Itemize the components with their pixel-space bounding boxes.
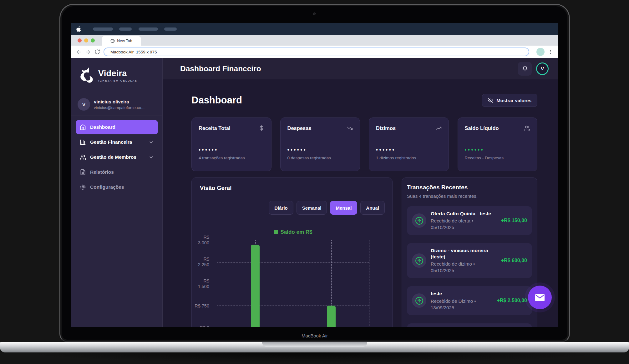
home-icon [80, 124, 86, 130]
stat-card-despesas: Despesas •••••• 0 despesas registradas [280, 117, 360, 171]
screen: New Tab Macbook Air 1559 x 975 [71, 23, 558, 327]
stat-cards-row: Receita Total •••••• 4 transações regist… [191, 117, 537, 171]
user-email: vinicius@sampaioforce.co... [94, 105, 145, 110]
sidebar-item-relatorios[interactable]: Relatórios [76, 165, 158, 179]
period-button-anual[interactable]: Anual [360, 201, 385, 215]
gridline [217, 262, 369, 262]
transaction-description: Recebido de oferta • [431, 218, 473, 223]
transaction-date: 05/10/2025 [431, 268, 454, 273]
period-buttons: Diário Semanal Mensal Anual [269, 201, 385, 215]
url-bar[interactable]: Macbook Air 1559 x 975 [104, 47, 529, 56]
browser-toolbar: Macbook Air 1559 x 975 [71, 46, 558, 58]
app-header-title: Dashboard Financeiro [180, 64, 261, 73]
header-avatar[interactable]: V [536, 62, 549, 75]
notifications-button[interactable] [518, 62, 532, 76]
transaction-amount: +R$ 150,00 [501, 218, 527, 223]
y-tick: R$ 1.500 [198, 278, 209, 289]
sidebar-item-dashboard[interactable]: Dashboard [76, 120, 158, 134]
trending-up-icon [436, 125, 442, 131]
main-area: Dashboard Financeiro V Dashboard [163, 58, 558, 327]
transaction-row[interactable]: Oferta Culto Quinta - teste Recebido de … [407, 206, 532, 235]
income-icon-wrap [412, 253, 426, 268]
bell-icon [522, 66, 528, 72]
macos-menubar [71, 23, 558, 35]
bar-chart-plot [217, 240, 369, 327]
transaction-row[interactable]: Dízimo - vinicius moreira (teste) Recebi… [407, 243, 532, 278]
transactions-title: Transações Recentes [407, 184, 532, 191]
minimize-window-button[interactable] [84, 38, 88, 42]
sidebar-item-label: Gestão Financeira [90, 139, 132, 145]
stat-card-title: Dízimos [376, 125, 396, 131]
y-tick: R$ 3.000 [198, 234, 209, 246]
sidebar-item-configuracoes[interactable]: Configurações [76, 180, 158, 194]
url-text: Macbook Air 1559 x 975 [110, 50, 157, 54]
chart-y-axis: R$ 3.000 R$ 2.250 R$ 1.500 R$ 750 R$ 0 [192, 240, 210, 327]
chart-legend: Saldo em R$ [217, 229, 369, 235]
user-name: vinicius oliveira [94, 99, 145, 104]
sidebar-user[interactable]: V vinicius oliveira vinicius@sampaioforc… [71, 93, 162, 116]
period-button-diario[interactable]: Diário [269, 201, 293, 215]
income-icon-wrap [412, 293, 426, 308]
gridline [217, 306, 369, 306]
transaction-title: Oferta Culto Quinta - teste [431, 211, 497, 217]
chevron-down-icon [149, 155, 154, 160]
browser-tabstrip: New Tab [71, 35, 558, 46]
laptop-shadow [19, 352, 610, 363]
laptop-base-notch [262, 342, 367, 347]
stat-card-title: Receita Total [199, 125, 230, 131]
sidebar-nav: Dashboard Gestão Financeira Gestão de M [71, 116, 162, 198]
sidebar-item-gestao-financeira[interactable]: Gestão Financeira [76, 135, 158, 149]
back-icon[interactable] [76, 49, 82, 55]
sidebar-item-label: Dashboard [90, 124, 115, 130]
stat-card-subtitle: 0 despesas registradas [287, 156, 353, 160]
stat-card-subtitle: Receitas - Despesas [465, 156, 530, 160]
menu-item-placeholder [139, 27, 158, 31]
sidebar-item-label: Configurações [90, 184, 124, 190]
stat-card-subtitle: 1 dízimos registrados [376, 156, 442, 160]
arrow-up-circle-icon [415, 217, 424, 225]
period-button-semanal[interactable]: Semanal [297, 201, 327, 215]
masked-value: •••••• [287, 147, 353, 153]
transaction-date: 05/10/2025 [431, 225, 454, 230]
browser-profile-avatar[interactable] [536, 48, 545, 56]
forward-icon[interactable] [85, 49, 91, 55]
toolbar-divider [533, 49, 533, 55]
income-icon-wrap [412, 213, 426, 228]
transaction-row-partial[interactable] [407, 323, 532, 327]
apple-menu[interactable] [76, 26, 81, 32]
browser-tab[interactable]: New Tab [102, 36, 141, 46]
tab-title: New Tab [117, 39, 132, 43]
globe-icon [110, 39, 115, 43]
y-tick: R$ 2.250 [198, 256, 209, 267]
masked-value: •••••• [376, 147, 442, 153]
transaction-amount: +R$ 2.500,00 [497, 298, 527, 303]
brand-tagline: IGREJA EM CÉLULAS [98, 79, 138, 82]
user-avatar: V [78, 98, 90, 111]
stat-card-title: Despesas [287, 125, 312, 131]
refresh-icon[interactable] [94, 49, 100, 55]
overview-panel: Visão Geral Diário Semanal Mensal Anual … [191, 177, 393, 327]
dollar-icon [259, 125, 264, 131]
show-values-label: Mostrar valores [496, 98, 531, 103]
transaction-amount: +R$ 600,00 [501, 258, 527, 263]
users-icon [524, 125, 530, 131]
maximize-window-button[interactable] [91, 38, 95, 42]
stat-card-saldo-liquido: Saldo Líquido •••••• Receitas - Despesas [458, 117, 538, 171]
sidebar-item-label: Relatórios [90, 169, 114, 175]
app-header: Dashboard Financeiro V [163, 58, 558, 79]
eye-off-icon [488, 98, 493, 103]
show-values-button[interactable]: Mostrar valores [482, 94, 537, 107]
sidebar-item-gestao-membros[interactable]: Gestão de Membros [76, 150, 158, 164]
users-icon [80, 154, 86, 160]
period-button-mensal[interactable]: Mensal [330, 201, 357, 215]
transaction-description: Recebido de dizimo • [431, 261, 475, 267]
chevron-down-icon [149, 140, 154, 145]
menu-item-placeholder [93, 27, 113, 31]
legend-swatch [274, 230, 278, 234]
videira-logo-icon [79, 67, 96, 85]
transaction-row[interactable]: teste Recebido de Dízimo • 13/09/2025 +R… [407, 286, 532, 315]
kebab-menu-icon[interactable] [548, 49, 553, 54]
mail-fab-button[interactable] [528, 286, 552, 309]
close-window-button[interactable] [78, 38, 82, 42]
legend-label: Saldo em R$ [280, 229, 312, 235]
